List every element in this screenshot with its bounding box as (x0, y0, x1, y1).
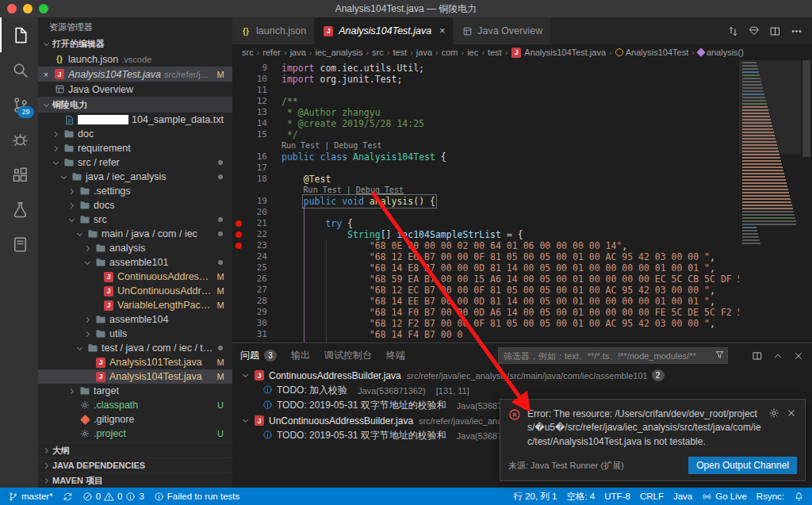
notification-close-icon[interactable] (786, 407, 797, 419)
tree-item[interactable]: java / iec_analysis (38, 170, 232, 184)
code-editor[interactable]: 9import com.iec.utils.Util;10import org.… (232, 60, 812, 342)
status-branch[interactable]: master* (8, 492, 53, 502)
minimap[interactable] (739, 60, 801, 342)
close-window-button[interactable] (7, 4, 17, 13)
codelens-run-test[interactable]: Run Test (304, 186, 342, 194)
editor-scrollbar[interactable] (801, 60, 812, 342)
section-JAVA DEPENDENCIES[interactable]: JAVA DEPENDENCIES (38, 457, 232, 472)
breadcrumb-item[interactable]: src (242, 48, 254, 57)
tree-item[interactable]: .settings (38, 184, 232, 198)
activity-item-source-control[interactable]: 29 (0, 87, 38, 122)
tree-item[interactable]: src / refer (38, 155, 232, 170)
tree-item[interactable]: JAnalysis101Test.javaM (38, 355, 232, 369)
split-editor-icon[interactable] (769, 25, 781, 37)
filter-icon[interactable] (714, 350, 725, 360)
status-language[interactable]: Java (673, 492, 692, 501)
breadcrumb-item[interactable]: iec_analysis (316, 48, 363, 57)
notification-settings-gear-icon[interactable] (768, 407, 779, 419)
tree-item[interactable]: test / java / com / iec / test (38, 341, 232, 355)
close-editor-icon[interactable]: × (41, 70, 51, 79)
tree-item[interactable]: JAnalysis104Test.javaM (38, 369, 232, 384)
activity-item-test[interactable] (0, 192, 38, 227)
tree-item[interactable]: utils (38, 327, 232, 341)
editor-tab[interactable]: Java Overview (454, 17, 551, 44)
activity-item-explorer[interactable] (0, 17, 38, 52)
editor-tab[interactable]: JAnalysis104Test.java× (315, 17, 454, 44)
close-panel-icon[interactable] (793, 350, 804, 362)
breadcrumb-item[interactable]: iec (467, 48, 478, 57)
tree-item[interactable]: src (38, 212, 232, 227)
tree-item[interactable]: .classpathU (38, 398, 232, 412)
minimize-window-button[interactable] (23, 4, 33, 13)
split-panel-icon[interactable] (752, 350, 763, 362)
tree-item[interactable]: assemble104 (38, 312, 232, 327)
gem-icon[interactable] (749, 25, 760, 36)
breadcrumb-item[interactable]: java (290, 48, 306, 57)
open-editor-item[interactable]: ×JAnalysis104Test.javasrc/refer/java/i..… (38, 67, 232, 82)
tree-item[interactable]: target (38, 384, 232, 398)
activity-item-notebook[interactable] (0, 227, 38, 262)
activity-item-debug[interactable] (0, 122, 38, 157)
breakpoint[interactable] (236, 243, 242, 249)
tree-item[interactable]: assemble101 (38, 255, 232, 270)
breadcrumb-item[interactable]: Analysis104Test (615, 48, 689, 57)
tree-item[interactable]: requirement (38, 141, 232, 155)
section-MAVEN 项目[interactable]: MAVEN 项目 (38, 472, 232, 488)
status-go-live[interactable]: Go Live (702, 492, 747, 502)
tree-item[interactable]: main / java / com / iec (38, 227, 232, 241)
open-editor-item[interactable]: {}launch.json.vscode (38, 52, 232, 67)
breadcrumb-item[interactable]: com (442, 48, 458, 57)
minimap-viewport[interactable] (739, 60, 801, 154)
section-大纲[interactable]: 大纲 (38, 442, 232, 457)
status-rsync[interactable]: Rsync: (756, 492, 784, 501)
close-tab-icon[interactable]: × (439, 25, 445, 36)
more-actions-icon[interactable] (791, 25, 802, 37)
breadcrumb-item[interactable]: src (372, 48, 384, 57)
tree-item[interactable]: JContinuousAddressBuilder.j...M (38, 270, 232, 284)
problem-file-row[interactable]: JContinuousAddressBuilder.javasrc/refer/… (232, 368, 812, 383)
tree-item[interactable]: analysis (38, 241, 232, 255)
tree-item[interactable]: 104_sample_data.txt (38, 113, 232, 127)
breadcrumb-item[interactable]: analysis() (698, 48, 744, 57)
section-open-editors[interactable]: 打开的编辑器 (38, 36, 232, 52)
codelens-debug-test[interactable]: Debug Test (334, 141, 381, 150)
status-problems[interactable]: 003 (82, 492, 144, 502)
status-eol[interactable]: CRLF (640, 492, 664, 501)
breadcrumb-item[interactable]: JAnalysis104Test.java (511, 47, 606, 58)
open-editor-item[interactable]: Java Overview (38, 82, 232, 97)
codelens-run-test[interactable]: Run Test (282, 141, 320, 150)
editor-tab[interactable]: {}launch.json (232, 17, 315, 44)
activity-item-search[interactable] (0, 52, 38, 87)
status-indentation[interactable]: 空格: 4 (566, 491, 595, 503)
breadcrumb-item[interactable]: test (393, 48, 407, 57)
panel-tab[interactable]: 输出 (291, 349, 310, 362)
tree-item[interactable]: doc (38, 127, 232, 141)
status-test-status[interactable]: Failed to run tests (154, 492, 239, 502)
breadcrumb-item[interactable]: java (416, 48, 432, 57)
status-line-col[interactable]: 行 20, 列 1 (514, 491, 557, 503)
status-notifications-bell[interactable] (794, 492, 804, 502)
tree-item[interactable]: JVariableLengthPacket.javaM (38, 298, 232, 312)
section-project[interactable]: 铜陵电力 (38, 97, 232, 113)
problem-item[interactable]: TODO: 加入校验Java(536871362)[131, 11] (232, 383, 812, 398)
tree-item[interactable]: .projectU (38, 427, 232, 441)
breadcrumb-item[interactable]: test (488, 48, 502, 57)
panel-tab[interactable]: 终端 (386, 349, 405, 362)
panel-tab[interactable]: 问题3 (240, 349, 277, 362)
codelens-debug-test[interactable]: Debug Test (356, 186, 404, 194)
breakpoint[interactable] (236, 231, 242, 238)
status-encoding[interactable]: UTF-8 (604, 492, 630, 501)
status-sync[interactable] (63, 492, 73, 502)
scrollbar-thumb[interactable] (802, 60, 810, 157)
open-output-channel-button[interactable]: Open Output Channel (688, 457, 797, 474)
problems-filter-input[interactable] (498, 347, 728, 364)
breakpoint[interactable] (236, 220, 242, 227)
maximize-panel-icon[interactable] (772, 350, 783, 362)
compare-icon[interactable] (727, 25, 739, 37)
activity-item-extensions[interactable] (0, 157, 38, 192)
tree-item[interactable]: .gitignore (38, 412, 232, 427)
panel-tab[interactable]: 调试控制台 (324, 349, 372, 362)
tree-item[interactable]: docs (38, 198, 232, 212)
tree-item[interactable]: JUnContinuousAddressBuilde...M (38, 284, 232, 298)
zoom-window-button[interactable] (39, 4, 48, 13)
